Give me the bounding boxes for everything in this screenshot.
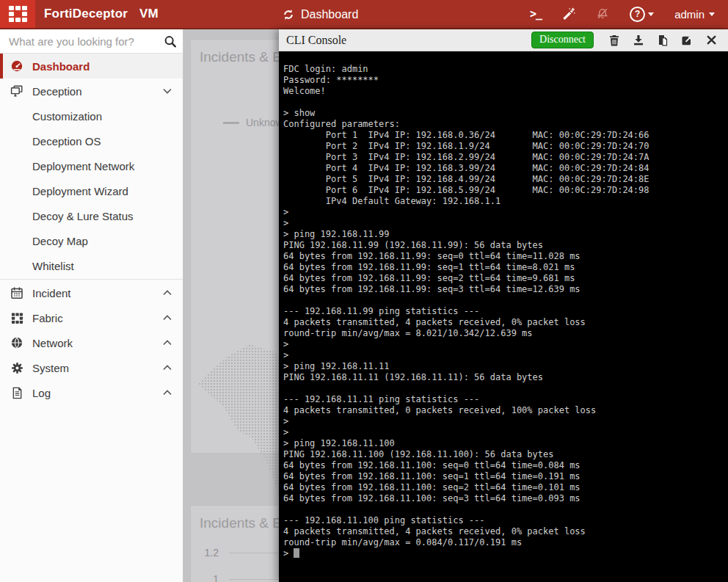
- cli-console-window: CLI Console Disconnect: [279, 29, 728, 582]
- document-icon: [10, 385, 24, 400]
- chart-ytick-label: 1: [191, 573, 229, 582]
- sidebar-item-label: Dashboard: [32, 60, 174, 73]
- brand-product: VM: [139, 7, 159, 21]
- chevron-down-icon: [163, 88, 172, 94]
- monitors-icon: [10, 84, 24, 98]
- sidebar-item-system[interactable]: System: [0, 355, 183, 380]
- open-in-new-icon[interactable]: [680, 34, 694, 47]
- help-icon: ?: [630, 7, 645, 22]
- sidebar-item-incident[interactable]: Incident: [0, 280, 183, 305]
- fabric-grid-icon: [10, 310, 24, 325]
- sidebar-item-decoy-lure-status[interactable]: Decoy & Lure Status: [0, 203, 183, 228]
- brand-name: FortiDeceptor: [44, 7, 128, 21]
- cli-terminal-output[interactable]: FDC login: admin Password: ******** Welc…: [279, 51, 728, 582]
- sidebar-item-label: Network: [32, 337, 163, 349]
- refresh-icon[interactable]: [282, 8, 295, 21]
- sidebar-search: [0, 29, 183, 54]
- chevron-up-icon: [163, 315, 172, 321]
- sidebar-nav: DashboardDeceptionCustomizationDeception…: [0, 54, 183, 582]
- cli-console-title: CLI Console: [286, 34, 346, 47]
- disconnect-button[interactable]: Disconnect: [531, 32, 594, 48]
- sidebar-divider: [0, 279, 183, 280]
- fortinet-grid-icon: [9, 6, 27, 22]
- sidebar-item-decoy-map[interactable]: Decoy Map: [0, 228, 183, 253]
- magnifier-icon[interactable]: [164, 34, 177, 48]
- sidebar-item-deception[interactable]: Deception: [0, 79, 183, 103]
- sidebar-item-network[interactable]: Network: [0, 330, 183, 355]
- search-input[interactable]: [7, 34, 164, 48]
- sidebar-item-label: Fabric: [32, 312, 163, 324]
- chevron-down-icon: [709, 12, 715, 16]
- app-window: FortiDeceptor VM Dashboard >_: [0, 0, 728, 582]
- sidebar-item-whitelist[interactable]: Whitelist: [0, 253, 183, 278]
- sidebar-item-deception-os[interactable]: Deception OS: [0, 128, 183, 153]
- legend-line-icon: [223, 122, 239, 124]
- cli-console-titlebar: CLI Console Disconnect: [279, 29, 728, 51]
- sidebar-item-deployment-wizard[interactable]: Deployment Wizard: [0, 178, 183, 203]
- user-menu[interactable]: admin: [674, 8, 715, 21]
- sidebar-item-label: Incident: [32, 287, 163, 299]
- sidebar-item-label: Log: [32, 387, 163, 399]
- world-map-dots: [198, 344, 290, 495]
- close-icon[interactable]: [705, 34, 718, 47]
- gauge-icon: [10, 59, 24, 73]
- sidebar-item-label: System: [32, 362, 163, 374]
- copy-icon[interactable]: [656, 34, 669, 47]
- sidebar-item-deployment-network[interactable]: Deployment Network: [0, 153, 183, 178]
- chevron-down-icon: [648, 12, 654, 16]
- chevron-up-icon: [163, 390, 172, 396]
- sidebar-item-dashboard[interactable]: Dashboard: [0, 54, 183, 79]
- chevron-up-icon: [163, 365, 172, 371]
- fortinet-logo[interactable]: [0, 0, 35, 28]
- header-actions: >_ ?: [530, 7, 728, 22]
- cli-console-actions: Disconnect: [531, 32, 718, 48]
- page-breadcrumb: Dashboard: [282, 0, 358, 29]
- calendar-icon: [10, 285, 24, 300]
- top-header-bar: FortiDeceptor VM Dashboard >_: [0, 0, 728, 29]
- terminal-cursor: [294, 548, 299, 558]
- sidebar-item-fabric[interactable]: Fabric: [0, 305, 183, 330]
- sidebar-item-label: Deception: [32, 85, 163, 98]
- gear-icon: [10, 360, 24, 375]
- page-title: Dashboard: [301, 8, 358, 21]
- sidebar-item-customization[interactable]: Customization: [0, 103, 183, 128]
- magic-wand-icon[interactable]: [562, 7, 575, 21]
- trash-icon[interactable]: [608, 34, 621, 47]
- bell-muted-icon[interactable]: [596, 7, 609, 21]
- sidebar-item-log[interactable]: Log: [0, 380, 183, 405]
- username: admin: [674, 8, 705, 21]
- download-icon[interactable]: [632, 34, 645, 47]
- chevron-up-icon: [163, 290, 172, 296]
- chevron-up-icon: [163, 340, 172, 346]
- cli-console-icon[interactable]: >_: [530, 7, 542, 21]
- help-menu[interactable]: ?: [630, 7, 654, 22]
- globe-icon: [10, 335, 24, 350]
- chart-ytick-label: 1.2: [191, 547, 229, 559]
